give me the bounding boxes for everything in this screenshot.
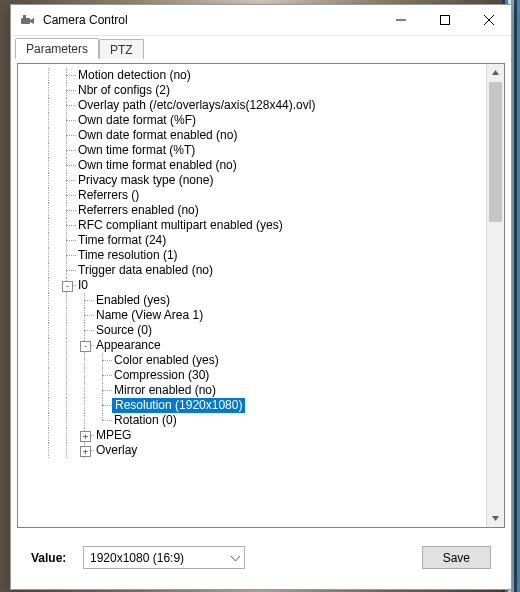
scroll-thumb[interactable] [489,82,502,222]
tree-item[interactable]: Referrers () [22,188,486,203]
tree-item[interactable]: Source (0) [22,323,486,338]
svg-rect-2 [441,16,450,25]
parameter-tree[interactable]: Motion detection (no) Nbr of configs (2)… [17,63,505,528]
expand-icon[interactable]: + [80,431,91,442]
tree-item[interactable]: RFC compliant multipart enabled (yes) [22,218,486,233]
tree-item[interactable]: Nbr of configs (2) [22,83,486,98]
camera-icon [19,12,35,28]
tree-item[interactable]: Trigger data enabled (no) [22,263,486,278]
chevron-down-icon [231,551,240,565]
tree-item[interactable]: Privacy mask type (none) [22,173,486,188]
tree-item[interactable]: Mirror enabled (no) [22,383,486,398]
value-selected: 1920x1080 (16:9) [90,551,184,565]
tree-item-appearance[interactable]: -Appearance [22,338,486,353]
tree-item[interactable]: Time format (24) [22,233,486,248]
titlebar: Camera Control [11,5,511,36]
svg-rect-1 [23,15,26,18]
minimize-button[interactable] [379,5,423,35]
save-button[interactable]: Save [422,546,491,569]
tree-item[interactable]: Own time format enabled (no) [22,158,486,173]
camera-control-window: Camera Control Parameters PTZ [10,4,512,590]
window-title: Camera Control [43,13,379,27]
tree-item-i0[interactable]: -I0 [22,278,486,293]
tree-item[interactable]: Name (View Area 1) [22,308,486,323]
tree-item[interactable]: Enabled (yes) [22,293,486,308]
value-row: Value: 1920x1080 (16:9) Save [17,528,505,583]
tree-item[interactable]: Time resolution (1) [22,248,486,263]
tree-item[interactable]: Referrers enabled (no) [22,203,486,218]
close-button[interactable] [467,5,511,35]
tree-item[interactable]: Compression (30) [22,368,486,383]
tab-parameters[interactable]: Parameters [15,38,99,59]
tree-item[interactable]: Overlay path (/etc/overlays/axis(128x44)… [22,98,486,113]
tree-item[interactable]: Own time format (%T) [22,143,486,158]
tree-item[interactable]: Motion detection (no) [22,68,486,83]
tree-item[interactable]: Color enabled (yes) [22,353,486,368]
svg-rect-0 [21,18,30,24]
tree-item[interactable]: Rotation (0) [22,413,486,428]
scrollbar-vertical[interactable] [486,64,504,527]
tree-item[interactable]: Own date format (%F) [22,113,486,128]
collapse-icon[interactable]: - [62,281,73,292]
expand-icon[interactable]: + [80,446,91,457]
scroll-up-icon[interactable] [487,64,504,81]
tab-bar: Parameters PTZ [11,36,511,59]
scroll-down-icon[interactable] [487,510,504,527]
value-dropdown[interactable]: 1920x1080 (16:9) [83,546,245,569]
maximize-button[interactable] [423,5,467,35]
tree-item-overlay[interactable]: +Overlay [22,443,486,458]
collapse-icon[interactable]: - [80,341,91,352]
tab-ptz[interactable]: PTZ [99,39,144,59]
tree-item-mpeg[interactable]: +MPEG [22,428,486,443]
value-label: Value: [31,551,75,565]
tree-item[interactable]: Own date format enabled (no) [22,128,486,143]
tree-item-resolution[interactable]: Resolution (1920x1080) [22,398,486,413]
